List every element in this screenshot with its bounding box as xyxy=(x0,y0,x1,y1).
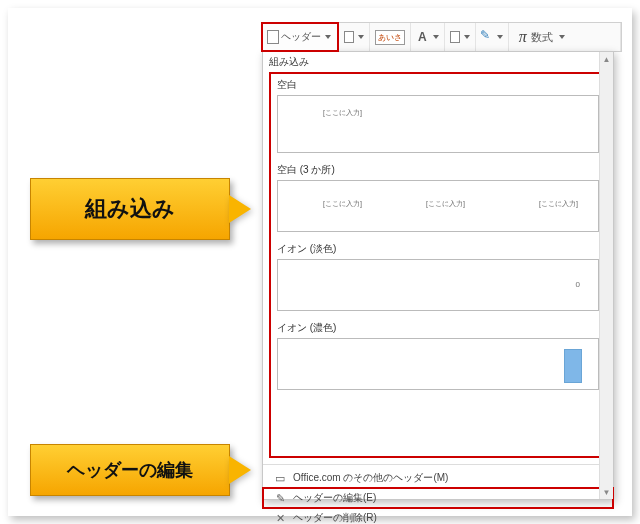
signature-button[interactable] xyxy=(476,23,509,51)
gallery-item-ion-dark[interactable]: イオン (濃色) xyxy=(277,321,599,390)
menu-label: ヘッダーの削除(R) xyxy=(293,511,377,524)
menu-label: Office.com のその他のヘッダー(M) xyxy=(293,471,448,485)
gallery-item-label: 空白 xyxy=(277,78,599,92)
equation-label: 数式 xyxy=(531,30,553,45)
preview-value: 0 xyxy=(576,280,580,289)
app-window: ヘッダー あいさ A π 数式 組み込み xyxy=(8,8,632,516)
page-icon xyxy=(267,30,279,44)
scroll-up-icon[interactable]: ▲ xyxy=(600,52,613,66)
gallery-preview xyxy=(277,338,599,390)
menu-remove-header[interactable]: ✕ ヘッダーの削除(R) xyxy=(263,508,613,524)
office-icon: ▭ xyxy=(273,471,287,485)
chevron-down-icon xyxy=(559,35,565,39)
greeting-label: あいさ xyxy=(375,30,405,45)
gallery-preview: [ここに入力] [ここに入力] [ここに入力] xyxy=(277,180,599,232)
callout-builtin: 組み込み xyxy=(30,178,230,240)
gallery-preview: 0 xyxy=(277,259,599,311)
scroll-down-icon[interactable]: ▼ xyxy=(600,485,613,499)
gallery-item-ion-light[interactable]: イオン (淡色) 0 xyxy=(277,242,599,311)
menu-edit-header[interactable]: ✎ ヘッダーの編集(E) xyxy=(263,488,613,508)
dropdown-commands: ▭ Office.com のその他のヘッダー(M) ✎ ヘッダーの編集(E) ✕… xyxy=(263,467,613,524)
placeholder-text: [ここに入力] xyxy=(426,199,465,209)
callout-arrow-icon xyxy=(229,456,251,484)
chevron-down-icon xyxy=(433,35,439,39)
callout-edit-header: ヘッダーの編集 xyxy=(30,444,230,496)
gallery-preview: [ここに入力] xyxy=(277,95,599,153)
chevron-down-icon xyxy=(325,35,331,39)
header-dropdown-button[interactable]: ヘッダー xyxy=(261,22,339,52)
menu-more-office[interactable]: ▭ Office.com のその他のヘッダー(M) xyxy=(263,468,613,488)
chevron-down-icon xyxy=(358,35,364,39)
chevron-down-icon xyxy=(497,35,503,39)
placeholder-text: [ここに入力] xyxy=(323,108,362,118)
gallery-item-blank-3[interactable]: 空白 (3 か所) [ここに入力] [ここに入力] [ここに入力] xyxy=(277,163,599,232)
edit-icon: ✎ xyxy=(273,491,287,505)
gallery-item-label: 空白 (3 か所) xyxy=(277,163,599,177)
menu-separator xyxy=(263,464,613,465)
gallery-item-blank[interactable]: 空白 [ここに入力] xyxy=(277,78,599,153)
header-gallery-dropdown: 組み込み 空白 [ここに入力] 空白 (3 か所) [ここに入力] [ここに入力… xyxy=(262,51,614,500)
letter-a-icon: A xyxy=(416,30,429,44)
callout-arrow-icon xyxy=(229,195,251,223)
page-split-button[interactable] xyxy=(339,23,370,51)
remove-icon: ✕ xyxy=(273,511,287,524)
textbox-button[interactable]: A xyxy=(411,23,445,51)
header-button-label: ヘッダー xyxy=(281,30,321,44)
greeting-button[interactable]: あいさ xyxy=(370,23,411,51)
gallery-list: 空白 [ここに入力] 空白 (3 か所) [ここに入力] [ここに入力] [ここ… xyxy=(269,72,607,458)
gallery-item-label: イオン (淡色) xyxy=(277,242,599,256)
page-icon xyxy=(344,31,354,43)
chevron-down-icon xyxy=(464,35,470,39)
dropdown-scrollbar[interactable]: ▲ ▼ xyxy=(599,52,613,499)
gallery-item-label: イオン (濃色) xyxy=(277,321,599,335)
equation-button[interactable]: π 数式 xyxy=(509,23,621,51)
menu-label: ヘッダーの編集(E) xyxy=(293,491,376,505)
color-swatch xyxy=(564,349,582,383)
placeholder-text: [ここに入力] xyxy=(539,199,578,209)
page-icon xyxy=(450,31,460,43)
placeholder-text: [ここに入力] xyxy=(323,199,362,209)
pen-icon xyxy=(481,31,493,43)
quickparts-button[interactable] xyxy=(445,23,476,51)
gallery-section-title: 組み込み xyxy=(263,52,613,72)
ribbon-toolbar: ヘッダー あいさ A π 数式 xyxy=(262,22,622,52)
pi-icon: π xyxy=(517,28,529,46)
callout-label: 組み込み xyxy=(85,194,175,224)
callout-label: ヘッダーの編集 xyxy=(67,458,193,482)
